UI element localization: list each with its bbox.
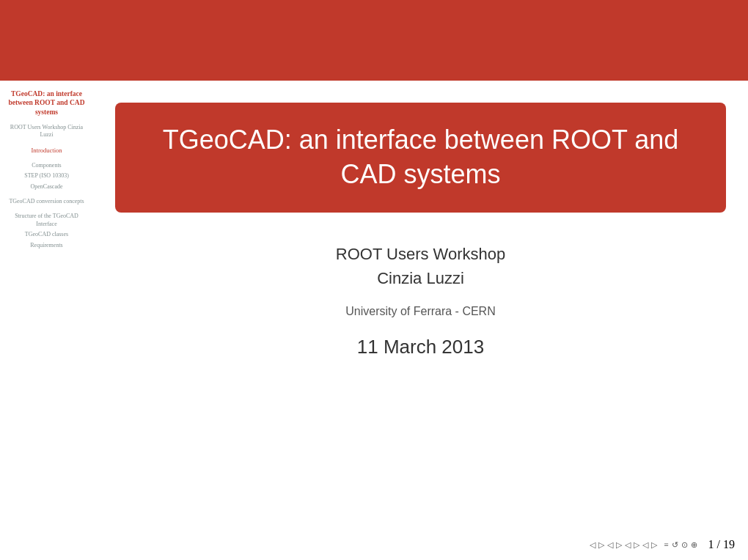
slide-title-line2: CAD systems — [340, 159, 500, 189]
nav-sep2: ◁ — [625, 540, 631, 550]
nav-left-arrow[interactable]: ◁ — [590, 540, 595, 550]
page-total: 19 — [723, 538, 735, 551]
sidebar-title[interactable]: TGeoCAD: an interface between ROOT and C… — [4, 86, 89, 118]
nav-right3[interactable]: ▷ — [651, 540, 657, 550]
main-content: TGeoCAD: an interface between ROOT and C… — [93, 0, 748, 560]
date-label: 11 March 2013 — [93, 336, 748, 358]
nav-right2[interactable]: ▷ — [634, 540, 639, 550]
sidebar-workshop[interactable]: ROOT Users Workshop Cinzia Luzzi — [4, 122, 89, 141]
slide-area: TGeoCAD: an interface between ROOT and C… — [93, 81, 748, 560]
slide-title: TGeoCAD: an interface between ROOT and C… — [144, 123, 697, 192]
sidebar-item-components[interactable]: Components — [4, 161, 89, 171]
main-top-bar — [93, 0, 748, 81]
title-box: TGeoCAD: an interface between ROOT and C… — [115, 103, 726, 213]
sidebar-item-structure[interactable]: Structure of the TGeoCAD Interface — [4, 211, 89, 229]
subtitle-area: ROOT Users Workshop Cinzia Luzzi Univers… — [93, 242, 748, 358]
page-current: 1 — [708, 538, 714, 551]
slide-title-line1: TGeoCAD: an interface between ROOT and — [163, 125, 679, 155]
sidebar-item-introduction[interactable]: Introduction — [4, 145, 89, 156]
nav-search[interactable]: ⊙ — [681, 540, 688, 550]
nav-sep3: ◁ — [642, 540, 648, 550]
sidebar-item-conversion[interactable]: TGeoCAD conversion concepts — [4, 196, 89, 207]
footer-nav-icons[interactable]: ◁ ▷ ◁ ▷ ◁ ▷ ◁ ▷ ≡ ↺ ⊙ ⊕ — [589, 540, 697, 550]
nav-sep1: ◁ — [607, 540, 613, 550]
sidebar-item-step[interactable]: STEP (ISO 10303) — [4, 171, 89, 181]
author-label: Cinzia Luzzi — [93, 266, 748, 290]
workshop-label: ROOT Users Workshop — [93, 242, 748, 266]
nav-menu[interactable]: ≡ — [664, 540, 668, 549]
sidebar-nav: TGeoCAD: an interface between ROOT and C… — [0, 81, 93, 257]
sidebar: TGeoCAD: an interface between ROOT and C… — [0, 0, 93, 560]
nav-left-fast[interactable]: ▷ — [598, 540, 604, 550]
footer-page-info: 1 / 19 — [708, 538, 735, 551]
nav-zoom[interactable]: ⊕ — [691, 540, 697, 550]
sidebar-item-opencascade[interactable]: OpenCascade — [4, 182, 89, 192]
page-separator: / — [717, 538, 720, 551]
nav-right1[interactable]: ▷ — [616, 540, 622, 550]
sidebar-item-classes[interactable]: TGeoCAD classes — [4, 229, 89, 240]
sidebar-item-requirements[interactable]: Requirements — [4, 240, 89, 251]
affiliation-label: University of Ferrara - CERN — [93, 305, 748, 318]
footer: ◁ ▷ ◁ ▷ ◁ ▷ ◁ ▷ ≡ ↺ ⊙ ⊕ 1 / 19 — [93, 534, 748, 560]
sidebar-top-bar — [0, 0, 93, 81]
nav-refresh[interactable]: ↺ — [672, 540, 678, 550]
